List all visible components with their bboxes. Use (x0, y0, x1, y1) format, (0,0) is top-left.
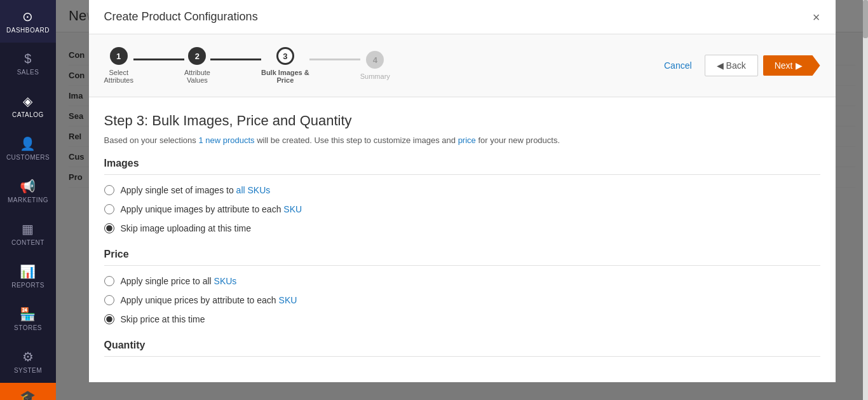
price-radio-3[interactable] (104, 314, 114, 324)
stores-icon: 🏪 (20, 307, 36, 322)
modal-header: Create Product Configurations × (89, 0, 836, 34)
step-4-label: Summary (360, 72, 390, 80)
next-chevron-icon: ▶ (796, 60, 803, 71)
system-icon: ⚙ (22, 349, 34, 364)
price-option-3[interactable]: Skip price at this time (104, 314, 820, 324)
step-line-3 (309, 59, 360, 60)
stepper: 1 SelectAttributes 2 AttributeValues (104, 47, 390, 84)
extensions-icon: 🎓 (20, 389, 36, 400)
sidebar-item-customers[interactable]: 👤 CUSTOMERS (0, 127, 56, 170)
step-1-circle: 1 (110, 47, 128, 65)
step-2-circle: 2 (188, 47, 206, 65)
marketing-icon: 📢 (20, 179, 36, 194)
cancel-button[interactable]: Cancel (656, 57, 700, 74)
modal-overlay: Create Product Configurations × 1 Select… (56, 0, 868, 400)
step-3-circle: 3 (276, 47, 294, 65)
reports-icon: 📊 (20, 264, 36, 279)
scrollbar[interactable] (863, 0, 868, 400)
step-1-label: SelectAttributes (104, 69, 133, 84)
step-2: 2 AttributeValues (184, 47, 210, 84)
price-option-1[interactable]: Apply single price to all SKUs (104, 276, 820, 286)
sidebar-item-stores[interactable]: 🏪 STORES (0, 298, 56, 340)
back-chevron-icon: ◀ (717, 60, 724, 71)
modal-body: Step 3: Bulk Images, Price and Quantity … (89, 97, 836, 382)
step-2-label: AttributeValues (184, 69, 210, 84)
images-radio-1[interactable] (104, 185, 114, 195)
content-icon: ▦ (22, 221, 34, 237)
step-line-2 (210, 59, 261, 60)
catalog-icon: ◈ (23, 93, 33, 109)
images-option-2[interactable]: Apply unique images by attribute to each… (104, 204, 820, 214)
modal-title: Create Product Configurations (104, 10, 258, 24)
step-4: 4 Summary (360, 51, 390, 80)
sidebar-item-sales[interactable]: $ SALES (0, 43, 56, 85)
modal-close-button[interactable]: × (813, 11, 820, 24)
next-button[interactable]: Next ▶ (763, 55, 820, 76)
images-radio-2[interactable] (104, 204, 114, 214)
price-radio-group: Apply single price to all SKUs Apply uni… (104, 276, 820, 324)
price-radio-1[interactable] (104, 276, 114, 286)
step-3-label: Bulk Images &Price (261, 69, 309, 84)
price-option-2[interactable]: Apply unique prices by attribute to each… (104, 295, 820, 305)
sidebar-item-reports[interactable]: 📊 REPORTS (0, 255, 56, 298)
step-4-circle: 4 (366, 51, 384, 69)
scrollbar-thumb[interactable] (863, 0, 868, 38)
customers-icon: 👤 (20, 136, 36, 151)
dashboard-icon: ⊙ (22, 9, 34, 24)
price-section: Price Apply single price to all SKUs App… (104, 249, 820, 324)
quantity-section: Quantity (104, 340, 820, 357)
sales-icon: $ (24, 52, 32, 66)
step-title: Step 3: Bulk Images, Price and Quantity (104, 113, 820, 129)
modal: Create Product Configurations × 1 Select… (89, 0, 836, 382)
images-radio-group: Apply single set of images to all SKUs A… (104, 185, 820, 233)
stepper-area: 1 SelectAttributes 2 AttributeValues (89, 34, 836, 97)
price-section-title: Price (104, 249, 820, 266)
images-option-3[interactable]: Skip image uploading at this time (104, 223, 820, 233)
sidebar-item-extensions[interactable]: 🎓 66 FIND PARTNERS & EXTENSIONS (0, 383, 56, 400)
images-section-title: Images (104, 158, 820, 175)
step-3: 3 Bulk Images &Price (261, 47, 309, 84)
images-option-1[interactable]: Apply single set of images to all SKUs (104, 185, 820, 195)
sidebar-item-content[interactable]: ▦ CONTENT (0, 212, 56, 255)
images-radio-3[interactable] (104, 223, 114, 233)
sidebar-item-system[interactable]: ⚙ SYSTEM (0, 340, 56, 383)
sidebar: ⊙ DASHBOARD $ SALES ◈ CATALOG 👤 CUSTOMER… (0, 0, 56, 400)
back-button[interactable]: ◀ Back (705, 55, 758, 76)
stepper-buttons: Cancel ◀ Back Next ▶ (656, 55, 820, 76)
images-section: Images Apply single set of images to all… (104, 158, 820, 233)
step-1: 1 SelectAttributes (104, 47, 133, 84)
price-radio-2[interactable] (104, 295, 114, 305)
sidebar-item-dashboard[interactable]: ⊙ DASHBOARD (0, 0, 56, 43)
step-description: Based on your selections 1 new products … (104, 135, 820, 145)
step-line-1 (133, 59, 184, 60)
sidebar-item-marketing[interactable]: 📢 MARKETING (0, 170, 56, 212)
quantity-section-title: Quantity (104, 340, 820, 357)
sidebar-item-catalog[interactable]: ◈ CATALOG (0, 85, 56, 127)
main-content: New Product Con Con Ima Sea Rel Cus Pro … (56, 0, 868, 400)
